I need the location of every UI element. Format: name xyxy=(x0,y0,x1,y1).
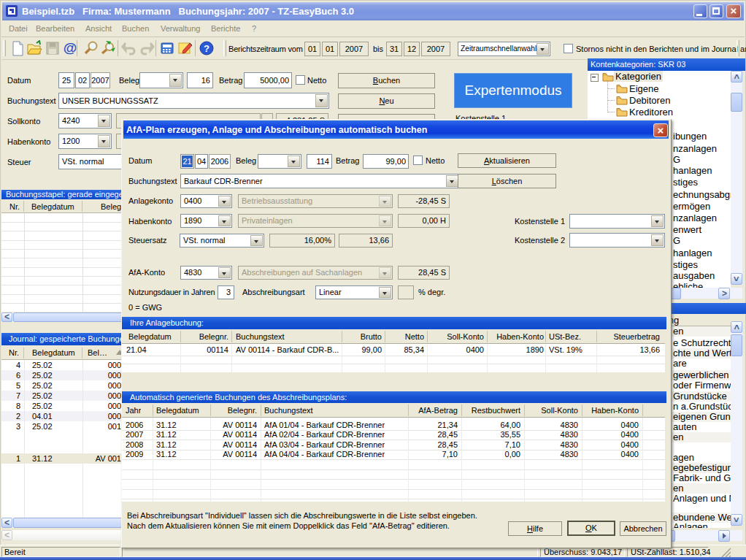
svg-text:?: ? xyxy=(204,43,209,54)
